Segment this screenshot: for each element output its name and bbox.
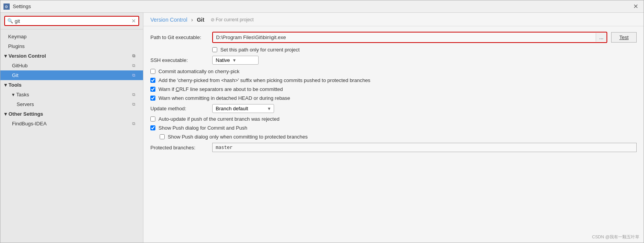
breadcrumb-current: Git	[197, 17, 204, 23]
sidebar-item-plugins-label: Plugins	[8, 43, 25, 49]
copy-icon-servers: ⧉	[132, 102, 135, 107]
warn-detached-row: Warn when committing in detached HEAD or…	[150, 95, 637, 101]
show-push-label: Show Push dialog for Commit and Push	[158, 125, 247, 131]
search-input[interactable]	[15, 18, 131, 24]
svg-text:⚙: ⚙	[5, 5, 8, 9]
sidebar-item-tools[interactable]: ▾Tools	[0, 80, 143, 90]
close-button[interactable]: ✕	[631, 3, 641, 10]
show-push-row: Show Push dialog for Commit and Push	[150, 125, 637, 131]
sidebar: 🔍 ✕ Keymap Plugins ▾Version Control	[0, 13, 143, 243]
warn-crlf-label: Warn if CRLF line separators are about t…	[158, 86, 283, 92]
sidebar-item-keymap-label: Keymap	[8, 34, 27, 39]
warn-crlf-row: Warn if CRLF line separators are about t…	[150, 86, 637, 92]
copy-icon-git: ⧉	[132, 73, 135, 78]
ssh-dropdown[interactable]: Native ▾	[212, 56, 259, 65]
cherry-pick-checkbox[interactable]	[150, 69, 155, 74]
cherry-pick-row: Commit automatically on cherry-pick	[150, 68, 637, 74]
nav-items: Keymap Plugins ▾Version Control ⧉ GitHub…	[0, 29, 143, 243]
breadcrumb: Version Control › Git	[150, 17, 204, 23]
vc-collapse-icon: ▾	[4, 53, 7, 59]
sidebar-item-findbugs-label: FindBugs-IDEA	[12, 121, 47, 127]
search-area: 🔍 ✕	[0, 13, 143, 29]
show-push-protected-row: Show Push dialog only when committing to…	[160, 134, 637, 140]
sidebar-item-github[interactable]: GitHub ⧉	[0, 61, 143, 70]
copy-icon-tasks: ⧉	[132, 92, 135, 97]
path-label: Path to Git executable:	[150, 34, 212, 40]
main-panel: Version Control › Git ⊘ For current proj…	[143, 13, 644, 243]
add-suffix-label: Add the 'cherry-picked from <hash>' suff…	[158, 77, 370, 83]
sidebar-item-other-settings[interactable]: ▾Other Settings	[0, 109, 143, 119]
path-input[interactable]	[213, 33, 596, 42]
test-button[interactable]: Test	[611, 32, 637, 43]
browse-button[interactable]: ...	[596, 33, 607, 42]
ssh-label: SSH executable:	[150, 57, 212, 63]
for-project-label: ⊘ For current project	[211, 17, 254, 22]
protected-branches-row: Protected branches:	[150, 143, 637, 152]
auto-update-row: Auto-update if push of the current branc…	[150, 116, 637, 122]
sidebar-item-tasks[interactable]: ▾Tasks ⧉	[0, 90, 143, 99]
update-method-row: Update method: Branch default ▾	[150, 104, 637, 113]
sidebar-item-findbugs[interactable]: FindBugs-IDEA ⧉	[0, 119, 143, 128]
settings-window: ⚙ Settings ✕ 🔍 ✕ Keymap Plugins	[0, 0, 644, 243]
set-path-label: Set this path only for current project	[220, 47, 300, 53]
sidebar-item-tools-label: ▾Tools	[4, 82, 22, 88]
watermark: CSDN @我有一颗五叶草	[592, 234, 639, 240]
search-box: 🔍 ✕	[4, 16, 139, 26]
sidebar-item-other-settings-label: ▾Other Settings	[4, 111, 43, 117]
sidebar-item-servers-label: Servers	[17, 101, 34, 107]
cherry-pick-label: Commit automatically on cherry-pick	[158, 68, 240, 74]
sidebar-item-plugins[interactable]: Plugins	[0, 41, 143, 51]
tools-collapse-icon: ▾	[4, 82, 7, 88]
update-label: Update method:	[150, 106, 212, 111]
show-push-protected-checkbox[interactable]	[160, 134, 165, 139]
sidebar-item-tasks-label: ▾Tasks	[12, 92, 29, 98]
copy-icon-findbugs: ⧉	[132, 121, 135, 126]
sidebar-item-git-label: Git	[12, 72, 19, 78]
protected-label: Protected branches:	[150, 145, 212, 151]
warn-crlf-checkbox[interactable]	[150, 87, 155, 92]
warn-detached-label: Warn when committing in detached HEAD or…	[158, 95, 290, 101]
show-push-checkbox[interactable]	[150, 125, 155, 130]
main-content: 🔍 ✕ Keymap Plugins ▾Version Control	[0, 13, 644, 243]
sidebar-item-servers[interactable]: Servers ⧉	[0, 99, 143, 109]
tasks-collapse-icon: ▾	[12, 92, 15, 98]
sidebar-item-vc-label: ▾Version Control	[4, 53, 46, 59]
copy-icon-vc: ⧉	[132, 53, 135, 58]
auto-update-checkbox[interactable]	[150, 116, 155, 122]
clear-search-button[interactable]: ✕	[131, 18, 136, 24]
path-input-group: ...	[212, 32, 607, 43]
sidebar-item-keymap[interactable]: Keymap	[0, 32, 143, 41]
copy-icon-github: ⧉	[132, 63, 135, 68]
ssh-value: Native	[216, 57, 230, 63]
other-settings-collapse-icon: ▾	[4, 111, 7, 117]
ssh-dropdown-arrow: ▾	[233, 57, 236, 63]
protected-input[interactable]	[212, 143, 637, 152]
main-header: Version Control › Git ⊘ For current proj…	[143, 13, 644, 26]
path-row: Path to Git executable: ... Test	[150, 32, 637, 43]
set-path-row: Set this path only for current project	[212, 47, 637, 53]
update-dropdown-arrow: ▾	[268, 106, 271, 111]
add-suffix-checkbox[interactable]	[150, 78, 155, 83]
titlebar: ⚙ Settings ✕	[0, 0, 644, 13]
update-value: Branch default	[216, 106, 248, 111]
show-push-protected-label: Show Push dialog only when committing to…	[168, 134, 308, 140]
breadcrumb-parent[interactable]: Version Control	[150, 17, 187, 23]
auto-update-label: Auto-update if push of the current branc…	[158, 116, 279, 122]
sidebar-item-github-label: GitHub	[12, 63, 27, 68]
update-dropdown[interactable]: Branch default ▾	[212, 104, 274, 113]
app-icon: ⚙	[3, 3, 10, 10]
search-icon: 🔍	[7, 18, 13, 24]
main-body: Path to Git executable: ... Test Set thi…	[143, 26, 644, 243]
sidebar-item-version-control[interactable]: ▾Version Control ⧉	[0, 51, 143, 61]
sidebar-item-git[interactable]: Git ⧉	[0, 70, 143, 80]
warn-detached-checkbox[interactable]	[150, 96, 155, 101]
add-suffix-row: Add the 'cherry-picked from <hash>' suff…	[150, 77, 637, 83]
breadcrumb-separator: ›	[191, 17, 193, 23]
window-title: Settings	[13, 3, 631, 9]
ssh-row: SSH executable: Native ▾	[150, 56, 637, 65]
set-path-checkbox[interactable]	[212, 47, 217, 52]
